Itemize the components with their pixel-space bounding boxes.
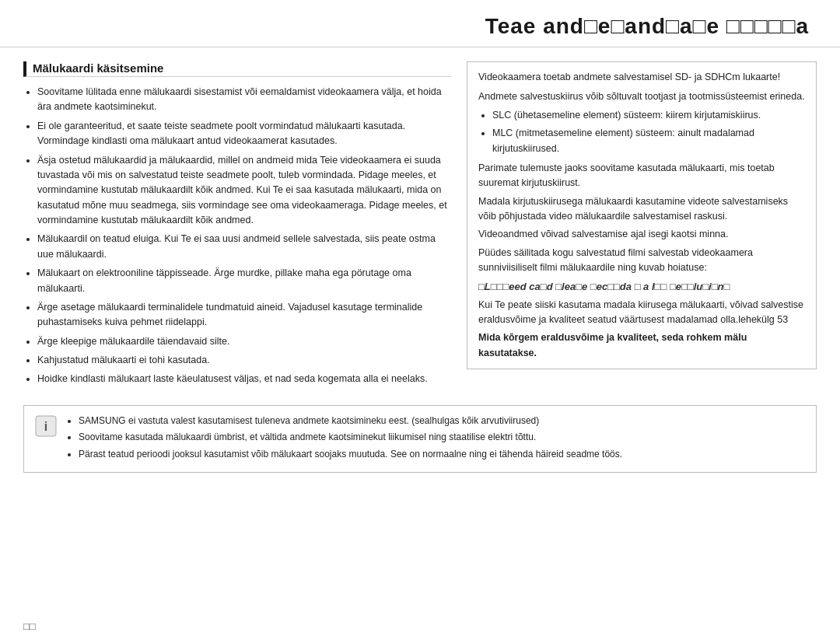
list-item: SAMSUNG ei vastuta valest kasutamisest t… bbox=[79, 414, 622, 428]
list-item: Pärast teatud perioodi jooksul kasutamis… bbox=[79, 447, 622, 462]
list-item: Soovitame kasutada mälukaardi ümbrist, e… bbox=[79, 430, 622, 445]
infobox-para4: Püüdes säilitada kogu salvestatud filmi … bbox=[478, 246, 805, 276]
infobox-line1: Videokaamera toetab andmete salvestamise… bbox=[478, 70, 805, 85]
note-icon: i bbox=[35, 415, 57, 437]
list-item: Ei ole garanteeritud, et saate teiste se… bbox=[37, 119, 451, 149]
infobox-subbullets: SLC (ühetasemeline element) süsteem: kii… bbox=[478, 108, 805, 156]
infobox-para5: Kui Te peate siiski kasutama madala kiir… bbox=[478, 298, 805, 328]
list-item: SLC (ühetasemeline element) süsteem: kii… bbox=[492, 108, 805, 123]
list-item: Soovitame lülitada enne mälukaardi sises… bbox=[37, 85, 451, 115]
infobox-highlighted: □L□□□eed ca□d □lea□e □ec□□da □ a l□□ □e□… bbox=[478, 279, 805, 295]
list-item: Hoidke kindlasti mälukaart laste käeulat… bbox=[37, 372, 451, 386]
header: Teae and□e□and□a□e □□□□□a bbox=[0, 0, 840, 47]
infobox-line2: Andmete salvestuskiirus võib sõltuvalt t… bbox=[478, 89, 805, 104]
bullet-list: Soovitame lülitada enne mälukaardi sises… bbox=[23, 85, 451, 387]
list-item: Ärge kleepige mälukaardile täiendavaid s… bbox=[37, 334, 451, 349]
list-item: Kahjustatud mälukaarti ei tohi kasutada. bbox=[37, 353, 451, 368]
list-item: Äsja ostetud mälukaardid ja mälukaardid,… bbox=[37, 153, 451, 229]
list-item: MLC (mitmetasemeline element) süsteem: a… bbox=[492, 126, 805, 156]
bottom-note: i SAMSUNG ei vastuta valest kasutamisest… bbox=[23, 405, 817, 473]
left-column: Mälukaardi käsitsemine Soovitame lülitad… bbox=[23, 61, 451, 391]
infobox-para6: Mida kõrgem eraldusvõime ja kvaliteet, s… bbox=[478, 330, 805, 361]
list-item: Mälukaardil on teatud eluiga. Kui Te ei … bbox=[37, 232, 451, 262]
right-column: Videokaamera toetab andmete salvestamise… bbox=[467, 61, 817, 391]
infobox-para3: Videoandmed võivad salvestamise ajal ise… bbox=[478, 227, 805, 242]
footer: □□ bbox=[23, 620, 36, 632]
main-content: Mälukaardi käsitsemine Soovitame lülitad… bbox=[0, 47, 840, 399]
page-indicator: □□ bbox=[23, 620, 36, 632]
infobox-para1: Parimate tulemuste jaoks soovitame kasut… bbox=[478, 161, 805, 191]
page-title: Teae and□e□and□a□e □□□□□a bbox=[485, 14, 809, 38]
list-item: Ärge asetage mälukaardi terminalidele tu… bbox=[37, 300, 451, 330]
section-title: Mälukaardi käsitsemine bbox=[23, 61, 451, 77]
svg-text:i: i bbox=[44, 420, 47, 433]
info-box: Videokaamera toetab andmete salvestamise… bbox=[467, 61, 817, 369]
list-item: Mälukaart on elektrooniline täppisseade.… bbox=[37, 266, 451, 296]
note-content: SAMSUNG ei vastuta valest kasutamisest t… bbox=[66, 414, 622, 464]
page-container: Teae and□e□and□a□e □□□□□a Mälukaardi käs… bbox=[0, 0, 840, 643]
note-bullet-list: SAMSUNG ei vastuta valest kasutamisest t… bbox=[66, 414, 622, 462]
infobox-para2: Madala kirjutuskiirusega mälukaardi kasu… bbox=[478, 194, 805, 225]
